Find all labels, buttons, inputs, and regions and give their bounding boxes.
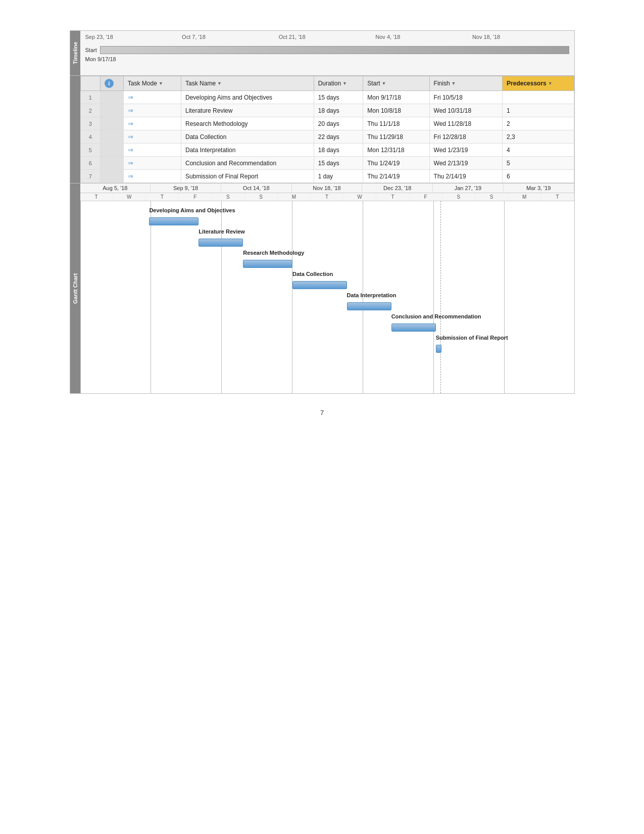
row-num: 3 bbox=[80, 117, 100, 130]
finish-arrow[interactable]: ▼ bbox=[452, 81, 456, 86]
timeline-section: Timeline Sep 23, '18 Oct 7, '18 Oct 21, … bbox=[70, 30, 575, 76]
gantt-day-cell: S bbox=[442, 193, 475, 201]
row-predecessors: 2 bbox=[503, 117, 574, 130]
row-predecessors bbox=[503, 91, 574, 104]
gantt-date-cell: Aug 5, '18 bbox=[80, 183, 151, 193]
th-task-name: Task Name ▼ bbox=[181, 76, 314, 91]
gantt-table-area: i Task Mode ▼ Task Name ▼ bbox=[80, 76, 574, 183]
task-mode-icon: ⇒ bbox=[128, 146, 133, 154]
row-finish: Wed 10/31/18 bbox=[429, 104, 502, 117]
timeline-dates: Sep 23, '18 Oct 7, '18 Oct 21, '18 Nov 4… bbox=[85, 34, 569, 40]
gantt-bar bbox=[347, 302, 391, 310]
task-mode-icon: ⇒ bbox=[128, 133, 133, 141]
gantt-task-label: Submission of Final Report bbox=[436, 335, 508, 341]
gantt-bar-row: Data Collection bbox=[80, 270, 574, 291]
row-info bbox=[100, 91, 123, 104]
row-num: 7 bbox=[80, 170, 100, 183]
gantt-bar bbox=[199, 239, 243, 247]
row-info bbox=[100, 130, 123, 144]
row-task-mode: ⇒ bbox=[123, 170, 181, 183]
row-task-name: Research Methodology bbox=[181, 117, 314, 130]
th-task-mode: Task Mode ▼ bbox=[123, 76, 181, 91]
gantt-day-cell: S bbox=[212, 193, 244, 201]
row-task-mode: ⇒ bbox=[123, 157, 181, 170]
th-duration: Duration ▼ bbox=[314, 76, 363, 91]
th-start: Start ▼ bbox=[363, 76, 429, 91]
gantt-day-cell: S bbox=[245, 193, 278, 201]
gantt-bar-row: Conclusion and Recommendation bbox=[80, 312, 574, 334]
timeline-date-4: Nov 4, '18 bbox=[375, 34, 472, 40]
row-info bbox=[100, 144, 123, 157]
row-task-mode: ⇒ bbox=[123, 104, 181, 117]
task-mode-icon: ⇒ bbox=[128, 94, 133, 101]
gantt-chart-section: Gantt Chart Aug 5, '18Sep 9, '18Oct 14, … bbox=[70, 183, 575, 394]
row-task-mode: ⇒ bbox=[123, 144, 181, 157]
timeline-bar-row: Start bbox=[85, 46, 569, 54]
row-task-name: Developing Aims and Objectives bbox=[181, 91, 314, 104]
gantt-table: i Task Mode ▼ Task Name ▼ bbox=[80, 76, 574, 183]
gantt-day-cell: F bbox=[410, 193, 442, 201]
task-mode-icon: ⇒ bbox=[128, 120, 133, 127]
task-mode-icon: ⇒ bbox=[128, 107, 133, 114]
row-predecessors: 4 bbox=[503, 144, 574, 157]
gantt-date-cell: Oct 14, '18 bbox=[221, 183, 292, 193]
row-info bbox=[100, 117, 123, 130]
th-predecessors: Predecessors ▼ bbox=[503, 76, 574, 91]
start-arrow[interactable]: ▼ bbox=[382, 81, 386, 86]
row-predecessors: 6 bbox=[503, 170, 574, 183]
gantt-task-label: Developing Aims and Objectives bbox=[149, 207, 235, 213]
task-name-arrow[interactable]: ▼ bbox=[217, 81, 222, 86]
task-mode-arrow[interactable]: ▼ bbox=[159, 81, 163, 86]
info-icon: i bbox=[105, 79, 114, 88]
table-row: 6 ⇒ Conclusion and Recommendation 15 day… bbox=[80, 157, 574, 170]
th-finish: Finish ▼ bbox=[429, 76, 502, 91]
gantt-bar bbox=[292, 281, 347, 289]
row-predecessors: 2,3 bbox=[503, 130, 574, 144]
table-row: 3 ⇒ Research Methodology 20 days Thu 11/… bbox=[80, 117, 574, 130]
table-row: 2 ⇒ Literature Review 18 days Mon 10/8/1… bbox=[80, 104, 574, 117]
timeline-date-3: Oct 21, '18 bbox=[279, 34, 376, 40]
gantt-task-label: Data Collection bbox=[292, 271, 333, 277]
row-start: Thu 1/24/19 bbox=[363, 157, 429, 170]
gantt-day-cell: W bbox=[113, 193, 146, 201]
timeline-date-1: Sep 23, '18 bbox=[85, 34, 182, 40]
gantt-task-label: Data Interpretation bbox=[347, 292, 397, 298]
row-start: Mon 12/31/18 bbox=[363, 144, 429, 157]
row-num: 2 bbox=[80, 104, 100, 117]
table-row: 1 ⇒ Developing Aims and Objectives 15 da… bbox=[80, 91, 574, 104]
gantt-day-cell: S bbox=[475, 193, 508, 201]
gantt-bar bbox=[391, 323, 436, 332]
row-task-name: Data Interpretation bbox=[181, 144, 314, 157]
predecessors-arrow[interactable]: ▼ bbox=[548, 81, 553, 86]
row-task-name: Conclusion and Recommendation bbox=[181, 157, 314, 170]
row-duration: 22 days bbox=[314, 130, 363, 144]
gantt-task-label: Research Methodology bbox=[243, 250, 304, 256]
row-start: Thu 11/29/18 bbox=[363, 130, 429, 144]
gantt-dates-row: Aug 5, '18Sep 9, '18Oct 14, '18Nov 18, '… bbox=[80, 183, 574, 193]
row-duration: 18 days bbox=[314, 144, 363, 157]
gantt-day-cell: F bbox=[179, 193, 212, 201]
duration-arrow[interactable]: ▼ bbox=[342, 81, 347, 86]
gantt-day-cell: T bbox=[80, 193, 113, 201]
row-start: Mon 9/17/18 bbox=[363, 91, 429, 104]
gantt-bar-row: Research Methodology bbox=[80, 249, 574, 270]
gantt-task-label: Literature Review bbox=[199, 228, 245, 235]
gantt-day-cell: T bbox=[541, 193, 574, 201]
gantt-day-cell: T bbox=[311, 193, 343, 201]
gantt-bar-row: Data Interpretation bbox=[80, 291, 574, 312]
timeline-date-5: Nov 18, '18 bbox=[472, 34, 569, 40]
gantt-bar bbox=[243, 260, 292, 268]
row-num: 5 bbox=[80, 144, 100, 157]
gantt-day-cell: T bbox=[376, 193, 409, 201]
gantt-day-cell: T bbox=[146, 193, 179, 201]
gantt-bar bbox=[436, 345, 442, 353]
row-duration: 15 days bbox=[314, 157, 363, 170]
row-info bbox=[100, 170, 123, 183]
table-row: 4 ⇒ Data Collection 22 days Thu 11/29/18… bbox=[80, 130, 574, 144]
timeline-bar bbox=[100, 46, 569, 54]
row-duration: 20 days bbox=[314, 117, 363, 130]
row-info bbox=[100, 104, 123, 117]
row-num: 6 bbox=[80, 157, 100, 170]
timeline-start-label: Start bbox=[85, 47, 97, 53]
gantt-day-cell: M bbox=[508, 193, 541, 201]
